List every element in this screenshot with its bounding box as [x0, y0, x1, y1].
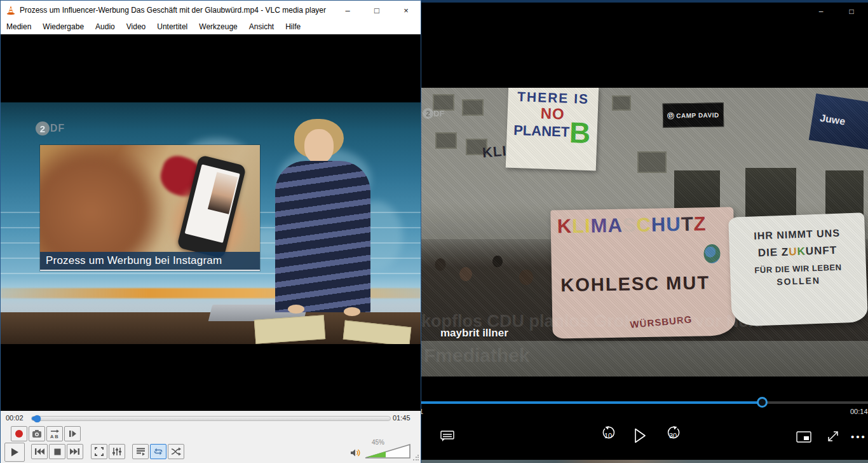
ab-loop-button[interactable]: A B [46, 426, 63, 441]
play-icon [10, 447, 20, 457]
zdf-watermark-circle: 2 [423, 108, 433, 119]
skip-back-label: 10 [601, 432, 615, 439]
desktop: Prozess um Influencer-Werbung Das Geschä… [0, 0, 868, 463]
zdf-studio-scene: Prozess um Werbung bei Instagram 2 DF [1, 102, 421, 344]
vlc-maximize-button[interactable]: □ [362, 1, 391, 20]
menu-wiedergabe[interactable]: Wiedergabe [37, 20, 90, 34]
previous-icon [34, 448, 44, 455]
mini-player-icon [796, 431, 811, 443]
presenter-hand [344, 307, 360, 316]
subtitles-button[interactable] [440, 430, 454, 445]
frame-by-frame-button[interactable] [64, 426, 81, 441]
kohle-text: KOHLESC MUT [560, 272, 710, 296]
vlc-minimize-button[interactable]: – [333, 1, 362, 20]
menu-werkzeuge[interactable]: Werkzeuge [193, 20, 243, 34]
menu-video[interactable]: Video [121, 20, 151, 34]
klimaschutz-text: KLIMASCHUTZ [557, 212, 706, 238]
movies-tv-window: – □ Ø CAMP DAVID Juwe THERE IS NO [421, 0, 868, 463]
record-button[interactable] [11, 426, 27, 441]
building-window [462, 99, 484, 116]
vlc-cone-icon [6, 5, 16, 15]
elapsed-time: 00:02 [6, 414, 24, 422]
zdf-logo-letters: DF [50, 123, 65, 134]
stop-icon [54, 448, 61, 455]
presenter-body [275, 161, 370, 312]
volume-slider[interactable] [364, 443, 411, 459]
mtv-seek-thumb[interactable] [757, 397, 768, 408]
camp-david-sign: Ø CAMP DAVID [663, 102, 724, 128]
skip-forward-button[interactable]: 30 [666, 426, 681, 445]
snapshot-button[interactable] [29, 426, 45, 441]
fullscreen-button[interactable] [91, 444, 107, 459]
loop-button[interactable] [150, 444, 166, 459]
loop-icon [153, 447, 163, 456]
vlc-titlebar: Prozess um Influencer-Werbung Das Geschä… [1, 1, 421, 20]
record-icon [15, 430, 23, 438]
shuffle-icon [171, 447, 181, 456]
vlc-window: Prozess um Influencer-Werbung Das Geschä… [0, 0, 421, 463]
jeweler-text: Juwe [811, 111, 846, 128]
stop-button[interactable] [49, 444, 65, 459]
menu-medien[interactable]: Medien [1, 20, 37, 34]
playlist-button[interactable] [132, 444, 149, 459]
camp-david-logo: Ø [667, 112, 674, 119]
vlc-video-area[interactable]: Prozess um Werbung bei Instagram 2 DF [1, 34, 421, 411]
camp-david-text: CAMP DAVID [676, 111, 719, 119]
fullscreen-icon [95, 447, 104, 456]
sign-line-planet: PLANET [513, 122, 570, 140]
earth-drawing [703, 244, 721, 263]
play-button[interactable] [4, 443, 25, 462]
mtv-play-button[interactable] [633, 427, 647, 446]
mtv-minimize-button[interactable]: – [810, 4, 832, 19]
zukunft-line4: SOLLEN [730, 273, 866, 288]
vlc-menubar: Medien Wiedergabe Audio Video Untertitel… [1, 20, 421, 34]
mtv-video-area[interactable]: Ø CAMP DAVID Juwe THERE IS NO PLANETB KL… [421, 88, 868, 377]
subtitles-icon [440, 430, 454, 443]
next-icon [70, 448, 80, 455]
partial-kli-sign: KLI [482, 142, 508, 161]
vlc-window-title: Prozess um Influencer-Werbung Das Geschä… [20, 6, 333, 15]
menu-audio[interactable]: Audio [90, 20, 121, 34]
equalizer-icon [112, 447, 122, 456]
zukunft-line2: DIE ZUKUNFT [729, 243, 866, 260]
next-button[interactable] [67, 444, 83, 459]
mtv-play-icon [633, 427, 647, 444]
video-edge-strip [421, 460, 868, 463]
resize-grip[interactable] [412, 455, 419, 461]
vlc-seek-thumb[interactable] [34, 415, 41, 422]
no-planet-b-sign: THERE IS NO PLANETB [506, 88, 599, 170]
presenter-hand [288, 305, 304, 314]
zukunft-line1: IHR NIMMT UNS [729, 226, 865, 242]
mtv-fullscreen-icon [827, 430, 839, 443]
menu-untertitel[interactable]: Untertitel [151, 20, 193, 34]
speaker-icon[interactable] [350, 448, 362, 458]
svg-text:A B: A B [50, 434, 58, 439]
playlist-icon [136, 447, 146, 456]
zukunft-banner: IHR NIMMT UNS DIE ZUKUNFT FÜR DIE WIR LE… [728, 212, 868, 326]
shuffle-button[interactable] [168, 444, 184, 459]
previous-button[interactable] [31, 444, 48, 459]
mtv-fullscreen-button[interactable] [827, 430, 839, 445]
mtv-seek-remaining [759, 401, 868, 404]
menu-hilfe[interactable]: Hilfe [280, 20, 306, 34]
mtv-maximize-button[interactable]: □ [841, 4, 862, 19]
vlc-control-panel: 00:02 01:45 A B [1, 411, 421, 463]
zdf-watermark-letters: DF [433, 109, 444, 118]
mini-player-button[interactable] [796, 431, 811, 445]
vlc-seek-bar[interactable] [31, 416, 391, 421]
frame-step-icon [68, 429, 77, 438]
zdf-logo-circle: 2 [36, 121, 50, 135]
extended-settings-button[interactable] [109, 444, 125, 459]
total-time: 01:45 [393, 414, 410, 422]
mtv-elapsed-time-partial: 1 [421, 408, 423, 415]
vlc-close-button[interactable]: × [391, 1, 421, 20]
mtv-seek-bar[interactable] [421, 401, 868, 404]
zdf-watermark: 2 DF [423, 108, 444, 119]
menu-ansicht[interactable]: Ansicht [243, 20, 280, 34]
skip-back-button[interactable]: 10 [601, 426, 616, 445]
building-window [612, 95, 631, 111]
building-window [435, 132, 457, 149]
phone-selfie-image [208, 172, 238, 214]
more-options-button[interactable]: ••• [851, 431, 867, 442]
presenter-face [304, 129, 334, 163]
